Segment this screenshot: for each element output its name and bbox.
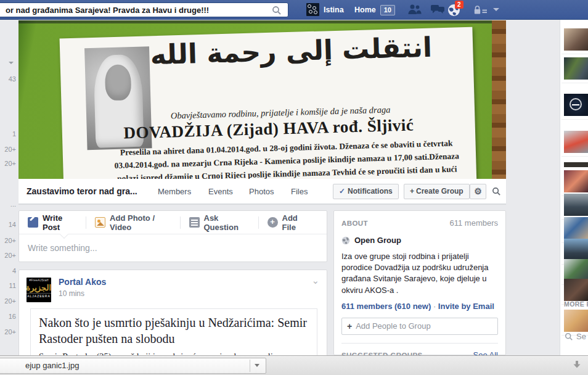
members-link[interactable]: 611 members (610 new) [341,302,431,311]
sidebar-count: 1 [0,130,16,138]
create-group-button[interactable]: +Create Group [404,184,470,199]
messages-icon[interactable] [430,4,445,15]
avatar-tagline: #FreeAJStaff [27,278,51,282]
sidebar-count: 16 [0,313,16,320]
search-input[interactable] [6,3,252,17]
friend-avatar[interactable] [564,239,588,261]
search-icon [565,332,573,341]
tab-members[interactable]: Members [158,179,191,204]
gear-icon: ⚙ [474,186,482,196]
check-icon: ✓ [339,187,345,196]
add-people-input[interactable] [356,321,492,331]
top-navigation-bar: Istina Home10 2 [0,0,588,20]
privacy-type: Open Group [354,236,401,245]
add-photo-video-tab[interactable]: Add Photo / Video [95,216,180,229]
friend-avatar[interactable] [564,259,588,281]
group-name[interactable]: Zaustavimo teror nad gra... [27,179,150,204]
sidebar-count: 20+ [0,328,16,336]
search-icon[interactable] [272,6,282,15]
group-cover-photo[interactable]: انتقلت إلى رحمة الله Obavještavamo rodbi… [18,20,506,179]
chevron-down-icon[interactable] [9,62,14,64]
profile-name[interactable]: Istina [324,6,344,14]
divider [250,360,250,372]
friend-avatar[interactable] [564,194,588,216]
account-menu-caret-icon[interactable] [493,8,499,11]
download-item[interactable]: ejup ganic1.jpg [0,358,266,374]
profile-avatar [306,3,319,16]
download-bar: ejup ganic1.jpg [0,355,588,375]
about-card: ABOUT 611 members Open Group Iza ove gru… [333,210,506,355]
group-search-icon[interactable] [492,187,501,196]
facebook-group-page: Istina Home10 2 [0,0,588,375]
post-menu-chevron-icon[interactable]: ⌄ [311,275,319,286]
friend-avatar[interactable] [564,310,588,332]
arsenal-crest-icon [570,98,582,110]
sidebar-count: 11 [0,282,16,289]
home-link[interactable]: Home10 [354,0,395,20]
add-people-box[interactable]: + [341,318,498,335]
group-nav-bar: Zaustavimo teror nad gra... Members Even… [18,179,506,204]
question-list-icon [189,217,200,228]
group-settings-button[interactable]: ⚙ [470,184,486,199]
link-headline[interactable]: Nakon što je usmrtio pješakinju u Nedžar… [39,315,309,347]
divider [341,343,498,344]
ask-question-tab[interactable]: Ask Question [189,216,259,229]
death-notice-paper: انتقلت إلى رحمة الله Obavještavamo rodbi… [60,27,477,179]
sidebar-count: 43 [0,75,16,83]
plus-icon: + [410,187,414,196]
friend-avatar-arsenal[interactable] [564,94,588,116]
notifications-button[interactable]: ✓Notifications [333,184,399,199]
post-timestamp[interactable]: 10 mins [59,289,84,298]
write-something-input[interactable] [28,243,318,253]
sidebar-count: 20+ [0,237,16,244]
group-description: Iza ove grupe stoji rodbina i prijatelji… [341,251,498,296]
plus-icon: + [347,321,352,331]
add-file-tab[interactable]: Add File [267,216,318,229]
download-filename[interactable]: ejup ganic1.jpg [25,358,79,373]
globe-icon [341,236,350,245]
pencil-icon [28,217,38,228]
more-friends-label: MORE F [564,300,588,308]
friend-avatar[interactable] [564,217,588,239]
profile-menu[interactable]: Istina [306,3,344,16]
invite-by-email-link[interactable]: Invite by Email [438,302,494,311]
sidebar-count: 20+ [0,297,16,305]
tab-files[interactable]: Files [291,179,308,204]
notification-badge: 2 [455,1,463,9]
post-composer: Write Post Add Photo / Video Ask Questio… [18,210,327,262]
sidebar-count: 20+ [0,146,16,153]
friend-avatar[interactable] [564,279,588,301]
sidebar-count: 20+ [0,160,16,167]
friend-avatar[interactable] [564,131,588,153]
home-badge: 10 [380,5,395,15]
sidebar-count: 4 [0,267,16,274]
post-author[interactable]: Portal Akos [59,277,106,287]
search-box[interactable] [0,2,288,17]
download-arrow-icon [572,360,582,369]
aljazeera-logo: الجزيرة [27,282,51,293]
friend-avatar[interactable] [564,57,588,80]
wooden-frame [492,20,506,179]
friend-avatar[interactable] [564,170,588,192]
sidebar-count: 20+ [0,252,16,259]
friend-avatar[interactable] [564,162,588,167]
avatar-brand: ALJAZEERA [27,293,51,299]
write-post-tab[interactable]: Write Post [28,216,86,229]
aljazeera-avatar[interactable]: #FreeAJStaff الجزيرة ALJAZEERA [27,278,51,302]
photo-icon [95,217,105,228]
tab-photos[interactable]: Photos [249,179,274,204]
sidebar-ellipsis: ... [0,200,16,208]
about-title: ABOUT [341,220,368,227]
add-file-icon [267,217,278,228]
download-menu-caret-icon[interactable] [255,364,259,367]
tab-events[interactable]: Events [208,179,233,204]
friend-avatar[interactable] [564,28,588,51]
member-count: 611 members [449,218,498,228]
friend-requests-icon[interactable] [407,4,422,15]
privacy-shortcuts-icon[interactable] [473,5,488,15]
arabic-calligraphy: انتقلت إلى رحمة الله [146,31,436,71]
notice-details: Preselila na ahiret dana 01.04.2014.god.… [106,137,468,179]
sidebar-count: 14 [0,221,16,228]
chat-search[interactable]: Se [565,332,586,341]
